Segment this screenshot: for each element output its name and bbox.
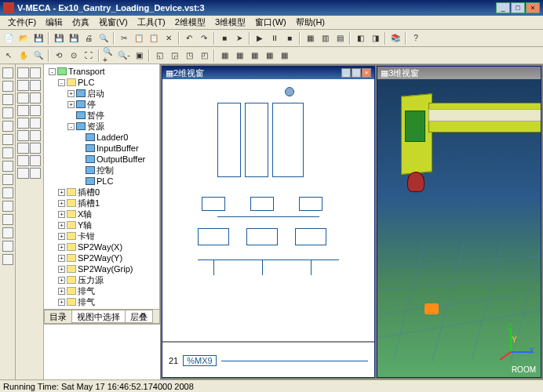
panel1-icon[interactable]: ▦ [303,31,317,45]
copy-icon[interactable]: 📋 [132,31,146,45]
tree-item[interactable]: OutputBuffer [46,154,158,165]
orbit-icon[interactable]: ⊙ [67,49,81,63]
tool-a13-icon[interactable] [2,227,13,238]
tab-selection[interactable]: 视图中选择 [71,310,126,323]
tool-b3[interactable] [17,93,41,103]
win2d-close-icon[interactable]: × [362,68,371,78]
tool-a7-icon[interactable] [2,147,13,158]
close-button[interactable]: × [526,2,540,13]
tool-a12-icon[interactable] [2,214,13,225]
project-tree[interactable]: -Transport-PLC+启动+停暂停-资源Ladder0InputBuff… [44,64,159,309]
tool-b2[interactable] [17,80,41,91]
tree-item[interactable]: -资源 [46,121,158,132]
tool-b9[interactable] [17,168,41,179]
rotate-icon[interactable]: ⟲ [52,49,66,63]
tree-item[interactable]: +压力源 [46,274,158,285]
view2-icon[interactable]: ◲ [167,49,181,63]
tool-b5[interactable] [17,118,41,129]
pause-icon[interactable]: ⏸ [268,31,282,45]
tool-b8[interactable] [17,155,41,166]
tree-item[interactable]: -PLC [46,77,158,88]
tool-b6[interactable] [17,130,41,141]
tree-item[interactable]: 暂停 [46,110,158,121]
tool-a4-icon[interactable] [2,107,13,118]
tab-catalog[interactable]: 目录 [44,310,72,323]
play-icon[interactable]: ▶ [253,31,267,45]
tool-a14-icon[interactable] [2,241,13,252]
tool-a11-icon[interactable] [2,201,13,212]
win2d-max-icon[interactable]: □ [352,68,361,78]
tree-item[interactable]: +停 [46,99,158,110]
canvas-2d[interactable] [162,79,374,341]
tree-item[interactable]: +插槽1 [46,198,158,209]
tool-b7[interactable] [17,143,41,154]
preview-icon[interactable]: 🔍 [97,31,111,45]
panel4-icon[interactable]: ◧ [353,31,367,45]
tree-item[interactable]: +排气 [46,285,158,296]
view1-icon[interactable]: ◱ [152,49,166,63]
panel5-icon[interactable]: ◨ [368,31,382,45]
fit-icon[interactable]: ▣ [132,49,146,63]
cut-icon[interactable]: ✂ [117,31,131,45]
menu-2d[interactable]: 2维模型 [170,16,210,28]
stop-icon[interactable]: ■ [217,31,231,45]
tool-a2-icon[interactable] [2,81,13,92]
tree-item[interactable]: +Y轴 [46,220,158,230]
window-3d-titlebar[interactable]: ▦ 3维视窗 [377,67,541,79]
open-icon[interactable]: 📂 [16,31,31,45]
canvas-3d[interactable]: Z Y X ROOM [377,79,541,377]
diskette2-icon[interactable]: 💾 [67,31,81,45]
minimize-button[interactable]: _ [496,2,510,13]
tool-a9-icon[interactable] [2,174,13,185]
pan-icon[interactable]: ✋ [16,49,31,63]
menu-file[interactable]: 文件(F) [3,16,41,28]
menu-help[interactable]: 帮助(H) [291,16,330,28]
tree-item[interactable]: Ladder0 [46,132,158,143]
menu-tools[interactable]: 工具(T) [133,16,170,28]
menu-edit[interactable]: 编辑 [41,16,67,28]
print-icon[interactable]: 🖨 [82,31,96,45]
panel2-icon[interactable]: ▥ [318,31,332,45]
maximize-button[interactable]: □ [511,2,525,13]
library-icon[interactable]: 📚 [388,31,403,45]
menu-sim[interactable]: 仿真 [67,16,94,28]
tree-item[interactable]: +X轴 [46,209,158,220]
stop2-icon[interactable]: ■ [282,31,297,45]
redo-icon[interactable]: ↷ [197,31,211,45]
tree-item[interactable]: 控制 [46,165,158,176]
tree-item[interactable]: +SP2Way(Y) [46,252,158,263]
tree-item[interactable]: PLC [46,176,158,187]
tree-item[interactable]: +插槽0 [46,187,158,198]
save-icon[interactable]: 💾 [31,31,46,45]
tree-item[interactable]: +SP2Way(X) [46,241,158,252]
undo-icon[interactable]: ↶ [182,31,196,45]
win2d-min-icon[interactable]: _ [341,68,351,78]
window-2d-titlebar[interactable]: ▦ 2维视窗 _ □ × [162,67,374,79]
tree-item[interactable]: +卡钳 [46,230,158,241]
menu-3d[interactable]: 3维模型 [210,16,250,28]
pointer-icon[interactable]: ➤ [232,31,246,45]
tree-item[interactable]: +SP2Way(Grip) [46,263,158,274]
paste-icon[interactable]: 📋 [147,31,161,45]
tab-cascade[interactable]: 层叠 [125,310,153,323]
diskette-icon[interactable]: 💾 [52,31,66,45]
zoomout-icon[interactable]: 🔍- [117,49,131,63]
tool-b4[interactable] [17,105,41,116]
help-icon[interactable]: ? [409,31,423,45]
extent-icon[interactable]: ⛶ [82,49,96,63]
tool-a6-icon[interactable] [2,134,13,145]
new-icon[interactable]: 📄 [2,31,16,45]
cursor-icon[interactable]: ↖ [2,49,16,63]
grid3-icon[interactable]: ▦ [247,49,261,63]
ladder-panel[interactable]: 21 %MX9 [162,341,374,377]
grid1-icon[interactable]: ▦ [217,49,231,63]
tool-a10-icon[interactable] [2,187,13,198]
panel3-icon[interactable]: ▤ [333,31,347,45]
tool-a5-icon[interactable] [2,121,13,132]
tool-a8-icon[interactable] [2,161,13,172]
tool-b1[interactable] [17,67,41,78]
tree-item[interactable]: +排气 [46,296,158,307]
tree-item[interactable]: -Transport [46,66,158,77]
view3-icon[interactable]: ◳ [182,49,196,63]
grid4-icon[interactable]: ▦ [262,49,276,63]
